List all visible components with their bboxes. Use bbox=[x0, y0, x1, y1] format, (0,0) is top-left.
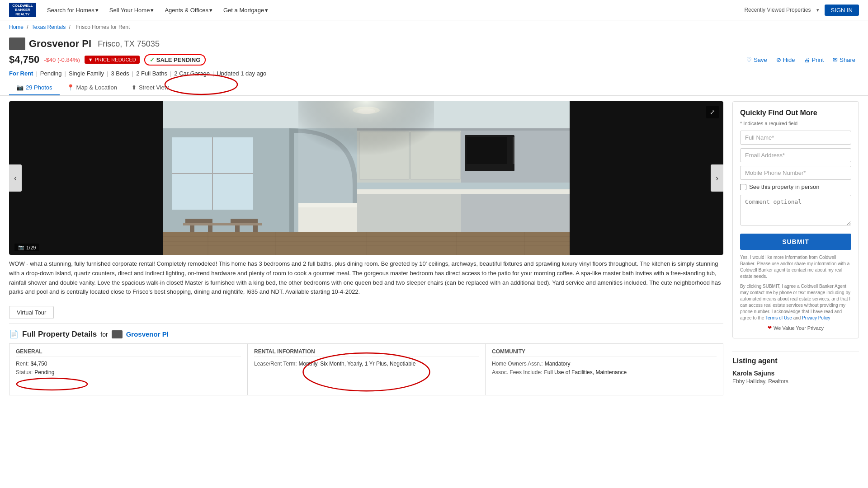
fpd-community: COMMUNITY Home Owners Assn.: Mandatory A… bbox=[485, 344, 723, 395]
document-icon: 📄 bbox=[9, 329, 19, 339]
fpd-grid: GENERAL Rent: $4,750 Status: Pending bbox=[9, 343, 723, 395]
tab-map[interactable]: 📍 Map & Location bbox=[60, 80, 124, 95]
breadcrumb-home[interactable]: Home bbox=[9, 24, 24, 30]
property-icon bbox=[9, 38, 25, 50]
logo[interactable]: COLDWELLBANKERREALTY bbox=[9, 3, 36, 17]
property-actions: ♡ Save ⊘ Hide 🖨 Print ✉ Share bbox=[743, 55, 859, 65]
nav-search-homes[interactable]: Search for Homes ▾ bbox=[47, 7, 99, 14]
chevron-down-icon: ▾ bbox=[816, 7, 819, 13]
photo-prev-button[interactable]: ‹ bbox=[9, 164, 22, 192]
main-content: ‹ › ⤢ 📷 1/29 WOW - what a stunning, full… bbox=[0, 96, 868, 406]
listing-type: For Rent bbox=[9, 70, 33, 77]
breadcrumb-texas[interactable]: Texas Rentals bbox=[32, 24, 66, 30]
tab-street[interactable]: ⬆ Street View bbox=[124, 80, 176, 95]
heart-icon: ♡ bbox=[746, 56, 752, 63]
fpd-hoa-row: Home Owners Assn.: Mandatory bbox=[492, 361, 717, 367]
svg-rect-10 bbox=[231, 219, 258, 223]
print-button[interactable]: 🖨 Print bbox=[801, 55, 828, 65]
kitchen-photo bbox=[9, 101, 723, 255]
fpd-lease-value: Monthly, Six Month, Yearly, 1 Yr Plus, N… bbox=[299, 361, 416, 367]
listing-agent-section: Listing agent Karola Sajuns Ebby Hallida… bbox=[732, 346, 859, 390]
privacy-line: ❤ We Value Your Privacy bbox=[740, 325, 851, 331]
fpd-status-label: Status: bbox=[16, 369, 33, 375]
camera-icon: 📷 bbox=[16, 84, 24, 91]
nav-agents[interactable]: Agents & Offices ▾ bbox=[165, 7, 212, 14]
recently-viewed-link[interactable]: Recently Viewed Properties bbox=[744, 7, 811, 13]
fpd-rent-row: Rent: $4,750 bbox=[16, 361, 241, 367]
photo-counter: 📷 1/29 bbox=[14, 244, 39, 251]
logo-box: COLDWELLBANKERREALTY bbox=[9, 3, 36, 17]
fpd-rental-info: RENTAL INFORMATION Lease/Rent Term: Mont… bbox=[247, 344, 485, 395]
svg-rect-46 bbox=[298, 101, 434, 192]
fpd-status-value: Pending bbox=[34, 369, 54, 375]
property-style: Single Family bbox=[69, 70, 104, 77]
svg-rect-33 bbox=[513, 137, 514, 164]
fpd-rent-label: Rent: bbox=[16, 361, 29, 367]
svg-rect-32 bbox=[467, 137, 507, 164]
submit-button[interactable]: SUBMIT bbox=[740, 234, 851, 250]
map-icon: 📍 bbox=[67, 84, 74, 91]
terms-link[interactable]: Terms of Use bbox=[765, 315, 792, 320]
baths: 2 Full Baths bbox=[136, 70, 167, 77]
svg-point-48 bbox=[303, 353, 430, 391]
fpd-general: GENERAL Rent: $4,750 Status: Pending bbox=[9, 344, 247, 395]
price-change: -$40 (-0.84%) bbox=[44, 56, 80, 63]
fpd-lease-label: Lease/Rent Term: bbox=[254, 361, 297, 367]
contact-form: Quickly Find Out More * Indicates a requ… bbox=[732, 101, 859, 338]
breadcrumb: Home / Texas Rentals / Frisco Homes for … bbox=[0, 20, 868, 34]
navigation: COLDWELLBANKERREALTY Search for Homes ▾ … bbox=[0, 0, 868, 20]
tab-photos[interactable]: 📷 29 Photos bbox=[9, 80, 60, 95]
virtual-tour-button[interactable]: Virtual Tour bbox=[9, 306, 54, 319]
price-main: $4,750 bbox=[9, 54, 39, 66]
property-header: Grosvenor Pl Frisco, TX 75035 bbox=[0, 34, 868, 52]
breadcrumb-frisco: Frisco Homes for Rent bbox=[75, 24, 130, 30]
in-person-label: See this property in person bbox=[749, 183, 819, 190]
print-icon: 🖨 bbox=[804, 56, 810, 63]
comment-textarea[interactable] bbox=[740, 195, 851, 225]
street-icon: ⬆ bbox=[132, 84, 137, 91]
phone-input[interactable] bbox=[740, 166, 851, 180]
email-input[interactable] bbox=[740, 148, 851, 162]
fpd-address-link[interactable]: Grosvenor Pl bbox=[126, 330, 169, 338]
form-legal-1: Yes, I would like more information from … bbox=[740, 254, 851, 280]
status: Pending bbox=[40, 70, 62, 77]
photo-tabs: 📷 29 Photos 📍 Map & Location ⬆ Street Vi… bbox=[0, 80, 868, 96]
agent-name: Karola Sajuns bbox=[732, 370, 859, 377]
chevron-down-icon: ▾ bbox=[151, 7, 154, 14]
fpd-assoc-label: Assoc. Fees Include: bbox=[492, 369, 542, 375]
eye-icon: ⊘ bbox=[776, 56, 781, 63]
privacy-link[interactable]: Privacy Policy bbox=[802, 315, 830, 320]
updated: Updated 1 day ago bbox=[217, 70, 266, 77]
nav-right: Recently Viewed Properties ▾ SIGN IN bbox=[744, 5, 859, 16]
fpd-hoa-value: Mandatory bbox=[545, 361, 571, 367]
signin-button[interactable]: SIGN IN bbox=[825, 5, 859, 16]
property-icon-small bbox=[112, 330, 123, 338]
in-person-checkbox[interactable] bbox=[740, 184, 746, 190]
share-button[interactable]: ✉ Share bbox=[829, 55, 859, 65]
nav-mortgage[interactable]: Get a Mortgage ▾ bbox=[223, 7, 268, 14]
photo-next-button[interactable]: › bbox=[711, 164, 723, 192]
fpd-hoa-label: Home Owners Assn.: bbox=[492, 361, 543, 367]
fullname-input[interactable] bbox=[740, 131, 851, 145]
svg-point-47 bbox=[17, 378, 87, 390]
sidebar: Quickly Find Out More * Indicates a requ… bbox=[732, 101, 859, 401]
garage: 2 Car Garage bbox=[174, 70, 210, 77]
price-row: $4,750 -$40 (-0.84%) ▼ PRICE REDUCED SAL… bbox=[0, 52, 868, 68]
photo-expand-button[interactable]: ⤢ bbox=[706, 106, 719, 118]
hide-button[interactable]: ⊘ Hide bbox=[773, 55, 799, 65]
breadcrumb-sep2: / bbox=[69, 24, 71, 30]
price-reduced-icon: ▼ bbox=[88, 57, 93, 62]
fpd-rent-value: $4,750 bbox=[31, 361, 47, 367]
nav-sell-home[interactable]: Sell Your Home ▾ bbox=[109, 7, 154, 14]
left-column: ‹ › ⤢ 📷 1/29 WOW - what a stunning, full… bbox=[9, 101, 723, 401]
general-annotation-circle bbox=[16, 378, 88, 390]
fpd-for-text: for bbox=[100, 331, 108, 338]
save-button[interactable]: ♡ Save bbox=[743, 55, 771, 65]
full-property-details: 📄 Full Property Details for Grosvenor Pl… bbox=[9, 324, 723, 401]
property-city: Frisco, TX 75035 bbox=[98, 39, 160, 49]
beds: 3 Beds bbox=[111, 70, 129, 77]
listing-agent-title: Listing agent bbox=[732, 351, 859, 365]
chevron-down-icon: ▾ bbox=[265, 7, 268, 14]
fpd-assoc-value: Full Use of Facilities, Maintenance bbox=[544, 369, 627, 375]
fpd-title: 📄 Full Property Details for Grosvenor Pl bbox=[9, 329, 723, 339]
